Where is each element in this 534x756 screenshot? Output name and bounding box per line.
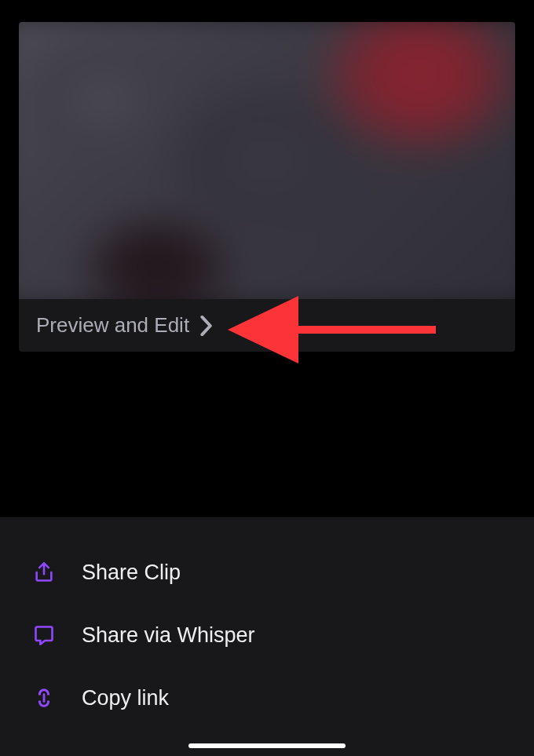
home-indicator[interactable] [188,743,346,748]
whisper-icon [31,623,57,648]
share-whisper-button[interactable]: Share via Whisper [0,604,534,667]
share-whisper-label: Share via Whisper [82,623,255,648]
share-clip-label: Share Clip [82,561,181,585]
copy-link-button[interactable]: Copy link [0,667,534,729]
share-clip-button[interactable]: Share Clip [0,541,534,604]
preview-edit-button[interactable]: Preview and Edit [19,299,515,352]
copy-link-label: Copy link [82,686,169,710]
share-icon [31,560,57,585]
video-preview-container: Preview and Edit [19,22,515,352]
link-icon [31,685,57,710]
video-thumbnail[interactable] [19,22,515,313]
svg-rect-2 [43,693,46,703]
chevron-right-icon [200,316,213,336]
preview-edit-label: Preview and Edit [36,313,189,338]
share-sheet: Share Clip Share via Whisper Copy link [0,517,534,756]
